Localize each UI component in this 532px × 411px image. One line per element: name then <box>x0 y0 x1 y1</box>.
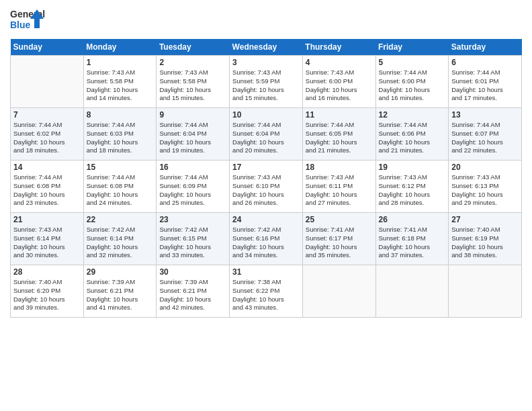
day-number: 25 <box>306 215 373 224</box>
col-header-monday: Monday <box>83 39 157 56</box>
day-number: 26 <box>379 215 446 224</box>
day-cell: 2Sunrise: 7:43 AM Sunset: 5:58 PM Daylig… <box>157 56 230 108</box>
day-info: Sunrise: 7:44 AM Sunset: 6:04 PM Dayligh… <box>232 121 300 155</box>
day-info: Sunrise: 7:41 AM Sunset: 6:18 PM Dayligh… <box>379 226 446 260</box>
day-number: 2 <box>159 58 226 67</box>
day-cell <box>449 265 522 318</box>
day-info: Sunrise: 7:44 AM Sunset: 6:00 PM Dayligh… <box>379 68 446 103</box>
day-cell <box>375 265 449 318</box>
day-cell: 1Sunrise: 7:43 AM Sunset: 5:58 PM Daylig… <box>83 56 157 108</box>
col-header-saturday: Saturday <box>449 39 522 56</box>
day-cell <box>302 265 375 318</box>
day-cell: 29Sunrise: 7:39 AM Sunset: 6:21 PM Dayli… <box>83 265 157 318</box>
day-info: Sunrise: 7:39 AM Sunset: 6:21 PM Dayligh… <box>159 278 226 312</box>
day-cell: 18Sunrise: 7:43 AM Sunset: 6:11 PM Dayli… <box>302 161 375 213</box>
day-cell: 14Sunrise: 7:44 AM Sunset: 6:08 PM Dayli… <box>11 161 84 213</box>
week-row-0: 1Sunrise: 7:43 AM Sunset: 5:58 PM Daylig… <box>11 56 522 108</box>
day-info: Sunrise: 7:43 AM Sunset: 6:13 PM Dayligh… <box>451 173 519 208</box>
day-cell <box>11 56 84 108</box>
day-cell: 21Sunrise: 7:43 AM Sunset: 6:14 PM Dayli… <box>11 213 84 265</box>
col-header-sunday: Sunday <box>11 39 84 56</box>
day-cell: 22Sunrise: 7:42 AM Sunset: 6:14 PM Dayli… <box>83 213 157 265</box>
day-info: Sunrise: 7:44 AM Sunset: 6:01 PM Dayligh… <box>451 68 519 103</box>
logo: GeneralBlue <box>10 7 45 34</box>
day-cell: 5Sunrise: 7:44 AM Sunset: 6:00 PM Daylig… <box>375 56 449 108</box>
day-number: 20 <box>451 163 519 172</box>
day-info: Sunrise: 7:40 AM Sunset: 6:20 PM Dayligh… <box>13 278 81 312</box>
day-info: Sunrise: 7:44 AM Sunset: 6:05 PM Dayligh… <box>306 121 373 155</box>
day-number: 4 <box>306 58 373 67</box>
day-info: Sunrise: 7:40 AM Sunset: 6:19 PM Dayligh… <box>451 226 519 260</box>
day-cell: 30Sunrise: 7:39 AM Sunset: 6:21 PM Dayli… <box>157 265 230 318</box>
week-row-4: 28Sunrise: 7:40 AM Sunset: 6:20 PM Dayli… <box>11 265 522 318</box>
day-number: 19 <box>379 163 446 172</box>
day-number: 10 <box>232 110 300 120</box>
day-info: Sunrise: 7:44 AM Sunset: 6:08 PM Dayligh… <box>87 173 154 208</box>
week-row-2: 14Sunrise: 7:44 AM Sunset: 6:08 PM Dayli… <box>11 161 522 213</box>
day-info: Sunrise: 7:44 AM Sunset: 6:09 PM Dayligh… <box>159 173 226 208</box>
day-number: 22 <box>87 215 154 224</box>
day-info: Sunrise: 7:43 AM Sunset: 5:59 PM Dayligh… <box>232 68 300 103</box>
day-cell: 10Sunrise: 7:44 AM Sunset: 6:04 PM Dayli… <box>230 108 303 161</box>
day-cell: 25Sunrise: 7:41 AM Sunset: 6:17 PM Dayli… <box>302 213 375 265</box>
svg-text:Blue: Blue <box>10 19 31 30</box>
day-info: Sunrise: 7:43 AM Sunset: 5:58 PM Dayligh… <box>87 68 154 103</box>
day-number: 29 <box>87 267 154 277</box>
header-row: SundayMondayTuesdayWednesdayThursdayFrid… <box>11 39 522 56</box>
day-info: Sunrise: 7:42 AM Sunset: 6:16 PM Dayligh… <box>232 226 300 260</box>
col-header-tuesday: Tuesday <box>157 39 230 56</box>
day-info: Sunrise: 7:44 AM Sunset: 6:06 PM Dayligh… <box>379 121 446 155</box>
day-cell: 3Sunrise: 7:43 AM Sunset: 5:59 PM Daylig… <box>230 56 303 108</box>
day-number: 24 <box>232 215 300 224</box>
day-info: Sunrise: 7:42 AM Sunset: 6:15 PM Dayligh… <box>159 226 226 260</box>
day-cell: 24Sunrise: 7:42 AM Sunset: 6:16 PM Dayli… <box>230 213 303 265</box>
day-info: Sunrise: 7:43 AM Sunset: 6:11 PM Dayligh… <box>306 173 373 208</box>
day-cell: 28Sunrise: 7:40 AM Sunset: 6:20 PM Dayli… <box>11 265 84 318</box>
day-cell: 20Sunrise: 7:43 AM Sunset: 6:13 PM Dayli… <box>449 161 522 213</box>
day-number: 7 <box>13 110 81 120</box>
day-info: Sunrise: 7:44 AM Sunset: 6:08 PM Dayligh… <box>13 173 81 208</box>
day-info: Sunrise: 7:39 AM Sunset: 6:21 PM Dayligh… <box>87 278 154 312</box>
day-number: 30 <box>159 267 226 277</box>
logo-svg: GeneralBlue <box>10 7 45 34</box>
day-cell: 8Sunrise: 7:44 AM Sunset: 6:03 PM Daylig… <box>83 108 157 161</box>
day-number: 17 <box>232 163 300 172</box>
page: GeneralBlue SundayMondayTuesdayWednesday… <box>0 0 532 411</box>
day-cell: 26Sunrise: 7:41 AM Sunset: 6:18 PM Dayli… <box>375 213 449 265</box>
col-header-wednesday: Wednesday <box>230 39 303 56</box>
day-cell: 11Sunrise: 7:44 AM Sunset: 6:05 PM Dayli… <box>302 108 375 161</box>
day-cell: 15Sunrise: 7:44 AM Sunset: 6:08 PM Dayli… <box>83 161 157 213</box>
day-cell: 6Sunrise: 7:44 AM Sunset: 6:01 PM Daylig… <box>449 56 522 108</box>
day-cell: 12Sunrise: 7:44 AM Sunset: 6:06 PM Dayli… <box>375 108 449 161</box>
day-cell: 23Sunrise: 7:42 AM Sunset: 6:15 PM Dayli… <box>157 213 230 265</box>
day-info: Sunrise: 7:43 AM Sunset: 6:10 PM Dayligh… <box>232 173 300 208</box>
day-number: 9 <box>159 110 226 120</box>
col-header-thursday: Thursday <box>302 39 375 56</box>
day-number: 16 <box>159 163 226 172</box>
day-number: 8 <box>87 110 154 120</box>
week-row-3: 21Sunrise: 7:43 AM Sunset: 6:14 PM Dayli… <box>11 213 522 265</box>
day-number: 1 <box>87 58 154 67</box>
day-number: 6 <box>451 58 519 67</box>
day-info: Sunrise: 7:43 AM Sunset: 5:58 PM Dayligh… <box>159 68 226 103</box>
day-info: Sunrise: 7:44 AM Sunset: 6:02 PM Dayligh… <box>13 121 81 155</box>
day-info: Sunrise: 7:41 AM Sunset: 6:17 PM Dayligh… <box>306 226 373 260</box>
day-number: 27 <box>451 215 519 224</box>
day-cell: 7Sunrise: 7:44 AM Sunset: 6:02 PM Daylig… <box>11 108 84 161</box>
day-number: 28 <box>13 267 81 277</box>
day-number: 14 <box>13 163 81 172</box>
day-info: Sunrise: 7:44 AM Sunset: 6:04 PM Dayligh… <box>159 121 226 155</box>
day-info: Sunrise: 7:42 AM Sunset: 6:14 PM Dayligh… <box>87 226 154 260</box>
day-number: 3 <box>232 58 300 67</box>
calendar-table: SundayMondayTuesdayWednesdayThursdayFrid… <box>10 39 522 318</box>
day-cell: 31Sunrise: 7:38 AM Sunset: 6:22 PM Dayli… <box>230 265 303 318</box>
day-number: 18 <box>306 163 373 172</box>
day-info: Sunrise: 7:44 AM Sunset: 6:07 PM Dayligh… <box>451 121 519 155</box>
day-cell: 17Sunrise: 7:43 AM Sunset: 6:10 PM Dayli… <box>230 161 303 213</box>
day-number: 11 <box>306 110 373 120</box>
day-cell: 27Sunrise: 7:40 AM Sunset: 6:19 PM Dayli… <box>449 213 522 265</box>
day-info: Sunrise: 7:43 AM Sunset: 6:00 PM Dayligh… <box>306 68 373 103</box>
day-cell: 16Sunrise: 7:44 AM Sunset: 6:09 PM Dayli… <box>157 161 230 213</box>
day-cell: 13Sunrise: 7:44 AM Sunset: 6:07 PM Dayli… <box>449 108 522 161</box>
day-number: 31 <box>232 267 300 277</box>
